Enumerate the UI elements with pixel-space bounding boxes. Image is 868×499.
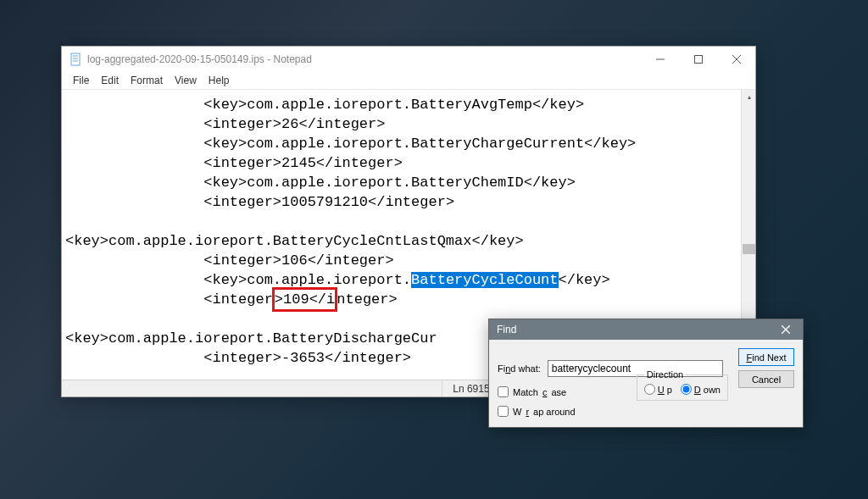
text-line: <integer>26</integer> bbox=[203, 116, 385, 132]
app-icon bbox=[69, 53, 82, 66]
text-line bbox=[65, 291, 203, 308]
close-icon[interactable] bbox=[774, 319, 798, 340]
cancel-button[interactable]: Cancel bbox=[738, 370, 794, 388]
text-line: <integer>2145</integer> bbox=[203, 155, 403, 171]
maximize-button[interactable] bbox=[679, 47, 717, 72]
menu-file[interactable]: File bbox=[67, 73, 95, 88]
menu-view[interactable]: View bbox=[169, 73, 203, 88]
direction-down-radio[interactable]: Down bbox=[681, 384, 721, 395]
text-line: <key>com.apple.ioreport.BatteryDischarge… bbox=[65, 330, 437, 347]
text-line: <key>com.apple.ioreport.BatteryChemID</k… bbox=[203, 175, 576, 191]
window-title: log-aggregated-2020-09-15-050149.ips - N… bbox=[87, 53, 312, 65]
direction-group: Direction Up Down bbox=[637, 369, 728, 401]
menubar: File Edit Format View Help bbox=[62, 72, 755, 89]
text-line bbox=[65, 175, 203, 191]
window-controls bbox=[641, 47, 755, 72]
text-line: <integer>1005791210</integer> bbox=[203, 194, 454, 210]
direction-label: Direction bbox=[644, 369, 686, 380]
find-titlebar[interactable]: Find bbox=[489, 319, 803, 340]
text-line: <integer bbox=[203, 291, 273, 308]
text-line: >109</i bbox=[275, 291, 335, 308]
svg-rect-0 bbox=[71, 53, 80, 65]
close-button[interactable] bbox=[717, 47, 755, 72]
text-line bbox=[65, 272, 203, 288]
find-dialog: Find Find what: Find Next Cancel Match c… bbox=[488, 319, 804, 428]
menu-format[interactable]: Format bbox=[125, 73, 169, 88]
wrap-around-checkbox[interactable]: Wrap around bbox=[498, 406, 576, 417]
text-line: </key> bbox=[559, 272, 610, 288]
text-line: <key>com.apple.ioreport. bbox=[203, 272, 411, 288]
svg-rect-5 bbox=[694, 56, 702, 64]
up-radio-input[interactable] bbox=[644, 384, 655, 395]
wrap-around-input[interactable] bbox=[498, 406, 509, 417]
menu-edit[interactable]: Edit bbox=[95, 73, 125, 88]
find-next-button[interactable]: Find Next bbox=[738, 348, 794, 366]
text-line: <key>com.apple.ioreport.BatteryAvgTemp</… bbox=[203, 97, 584, 113]
text-line: <key>com.apple.ioreport.BatteryChargeCur… bbox=[203, 136, 636, 152]
down-radio-input[interactable] bbox=[681, 384, 692, 395]
text-line bbox=[65, 97, 203, 113]
text-line: nteger> bbox=[337, 291, 397, 308]
match-case-checkbox[interactable]: Match case bbox=[498, 386, 576, 397]
text-line: <integer>106</integer> bbox=[203, 252, 393, 269]
text-line bbox=[65, 116, 203, 132]
find-what-label: Find what: bbox=[498, 363, 541, 374]
menu-help[interactable]: Help bbox=[203, 73, 236, 88]
annotation-highlight-box: >109</i bbox=[272, 287, 337, 312]
minimize-button[interactable] bbox=[641, 47, 679, 72]
scroll-up-icon[interactable]: ▴ bbox=[742, 90, 755, 104]
text-line bbox=[65, 136, 203, 152]
selected-text: BatteryCycleCount bbox=[411, 272, 558, 288]
find-title-text: Find bbox=[497, 324, 516, 335]
text-line bbox=[65, 252, 203, 269]
match-case-input[interactable] bbox=[498, 386, 509, 397]
text-line: <key>com.apple.ioreport.BatteryCycleCntL… bbox=[65, 233, 524, 249]
titlebar[interactable]: log-aggregated-2020-09-15-050149.ips - N… bbox=[62, 47, 755, 72]
text-line bbox=[65, 194, 203, 210]
text-line: <integer>-3653</integer> bbox=[203, 350, 411, 366]
direction-up-radio[interactable]: Up bbox=[644, 384, 672, 395]
text-line bbox=[65, 155, 203, 171]
text-line bbox=[65, 350, 203, 366]
find-body: Find what: Find Next Cancel Match case W… bbox=[489, 340, 803, 427]
scrollbar-thumb[interactable] bbox=[743, 244, 755, 254]
